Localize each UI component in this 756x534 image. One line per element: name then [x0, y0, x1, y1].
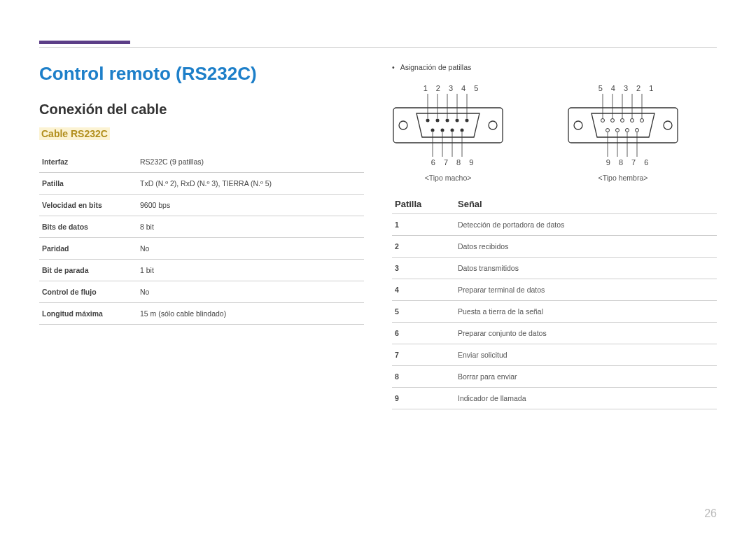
spec-value: 9600 bps: [137, 195, 364, 216]
table-row: ParidadNo: [39, 238, 364, 260]
spec-value: 8 bit: [137, 216, 364, 238]
table-row: Velocidad en bits9600 bps: [39, 195, 364, 216]
svg-point-9: [441, 129, 444, 132]
signal-name: Indicador de llamada: [455, 388, 717, 409]
svg-point-6: [456, 119, 459, 122]
signal-pin: 2: [392, 236, 455, 258]
table-row: InterfazRS232C (9 patillas): [39, 151, 364, 173]
svg-point-8: [431, 129, 435, 132]
left-column: Control remoto (RS232C) Conexión del cab…: [39, 63, 364, 506]
signal-name: Preparar conjunto de datos: [455, 323, 717, 344]
spec-value: RS232C (9 patillas): [137, 151, 364, 173]
pin-number: 2: [636, 84, 640, 92]
signal-pin: 6: [392, 323, 455, 344]
pin-number: 8: [619, 158, 623, 167]
signal-name: Puesta a tierra de la señal: [455, 301, 717, 323]
spec-value: 1 bit: [137, 260, 364, 281]
table-row: 7Enviar solicitud: [392, 344, 717, 366]
table-row: Bits de datos8 bit: [39, 216, 364, 238]
signal-name: Borrar para enviar: [455, 366, 717, 388]
cable-title: Cable RS232C: [39, 127, 110, 140]
pin-number: 1: [649, 84, 653, 92]
connector-male: 12345 6789 <Tipo macho>: [392, 84, 504, 182]
signal-pin: 4: [392, 279, 455, 301]
svg-point-4: [436, 119, 440, 122]
table-row: 5Puesta a tierra de la señal: [392, 301, 717, 323]
page-title: Control remoto (RS232C): [39, 63, 364, 85]
pin-number: 4: [461, 84, 465, 92]
spec-table: InterfazRS232C (9 patillas)PatillaTxD (N…: [39, 151, 364, 325]
signal-name: Detección de portadora de datos: [455, 214, 717, 236]
signal-pin: 1: [392, 214, 455, 236]
signal-name: Datos transmitidos: [455, 258, 717, 279]
pin-number: 6: [431, 158, 435, 167]
table-row: 6Preparar conjunto de datos: [392, 323, 717, 344]
connector-female: 54321 9876 <Tipo hembra>: [567, 84, 679, 182]
pin-number: 4: [611, 84, 615, 92]
svg-point-3: [426, 119, 430, 122]
female-top-pins: 54321: [593, 84, 654, 92]
pin-number: 7: [631, 158, 636, 167]
page-content: Control remoto (RS232C) Conexión del cab…: [39, 63, 717, 506]
signal-name: Preparar terminal de datos: [455, 279, 717, 301]
svg-point-7: [465, 119, 469, 122]
pin-number: 9: [606, 158, 610, 167]
section-subtitle: Conexión del cable: [39, 101, 364, 118]
pin-number: 6: [644, 158, 648, 167]
pin-number: 5: [474, 84, 478, 92]
pin-number: 3: [624, 84, 628, 92]
spec-key: Patilla: [39, 173, 137, 195]
right-column: Asignación de patillas 12345: [392, 63, 717, 506]
pin-number: 1: [424, 84, 428, 92]
male-top-pins: 12345: [418, 84, 479, 92]
spec-key: Interfaz: [39, 151, 137, 173]
signal-table: 1Detección de portadora de datos2Datos r…: [392, 213, 717, 409]
spec-value: No: [137, 238, 364, 260]
table-row: 2Datos recibidos: [392, 236, 717, 258]
signal-name: Datos recibidos: [455, 236, 717, 258]
table-row: 1Detección de portadora de datos: [392, 214, 717, 236]
signal-table-header: Patilla Señal: [392, 195, 717, 213]
svg-point-5: [446, 119, 449, 122]
male-bottom-pins: 6789: [423, 158, 474, 167]
pin-number: 7: [444, 158, 448, 167]
spec-key: Bits de datos: [39, 216, 137, 238]
spec-value: TxD (N.º 2), RxD (N.º 3), TIERRA (N.º 5): [137, 173, 364, 195]
svg-point-11: [461, 129, 464, 132]
signal-pin: 7: [392, 344, 455, 366]
signal-pin: 3: [392, 258, 455, 279]
connector-diagrams: 12345 6789 <Tipo macho>: [392, 84, 717, 182]
spec-key: Longitud máxima: [39, 303, 137, 325]
table-row: 4Preparar terminal de datos: [392, 279, 717, 301]
pin-number: 3: [449, 84, 453, 92]
table-row: Bit de parada1 bit: [39, 260, 364, 281]
db9-female-icon: [567, 94, 679, 157]
pin-assignment-bullet: Asignación de patillas: [392, 63, 717, 71]
pin-number: 8: [456, 158, 461, 167]
spec-key: Control de flujo: [39, 281, 137, 303]
spec-key: Bit de parada: [39, 260, 137, 281]
svg-point-10: [451, 129, 454, 132]
table-row: Longitud máxima15 m (sólo cable blindado…: [39, 303, 364, 325]
signal-name: Enviar solicitud: [455, 344, 717, 366]
pin-number: 9: [469, 158, 473, 167]
page-number: 26: [704, 507, 717, 520]
signal-pin: 5: [392, 301, 455, 323]
spec-key: Velocidad en bits: [39, 195, 137, 216]
signal-pin: 9: [392, 388, 455, 409]
top-horizontal-rule: [39, 47, 717, 48]
pin-number: 5: [598, 84, 603, 92]
signal-header-pin: Patilla: [395, 199, 458, 209]
female-bottom-pins: 9876: [598, 158, 649, 167]
spec-key: Paridad: [39, 238, 137, 260]
page-accent-tab: [39, 41, 130, 44]
signal-pin: 8: [392, 366, 455, 388]
signal-header-signal: Señal: [458, 199, 482, 209]
table-row: 8Borrar para enviar: [392, 366, 717, 388]
pin-number: 2: [436, 84, 440, 92]
table-row: PatillaTxD (N.º 2), RxD (N.º 3), TIERRA …: [39, 173, 364, 195]
db9-male-icon: [392, 94, 504, 157]
male-label: <Tipo macho>: [425, 174, 472, 182]
spec-value: 15 m (sólo cable blindado): [137, 303, 364, 325]
female-label: <Tipo hembra>: [598, 174, 648, 182]
